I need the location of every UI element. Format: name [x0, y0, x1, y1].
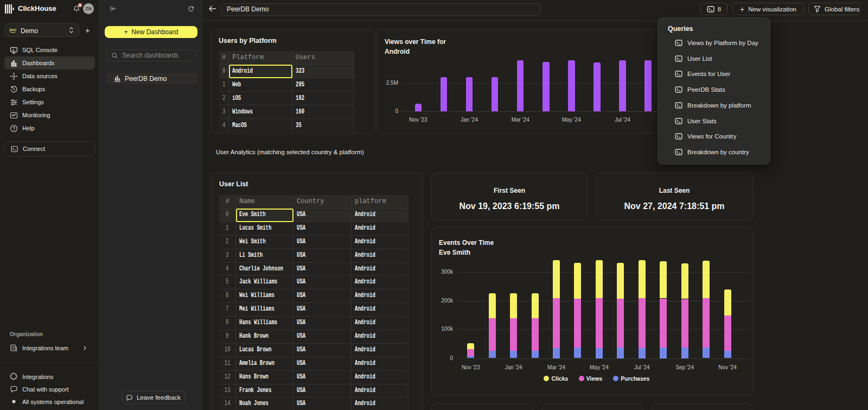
svg-text:aws: aws: [9, 27, 16, 32]
